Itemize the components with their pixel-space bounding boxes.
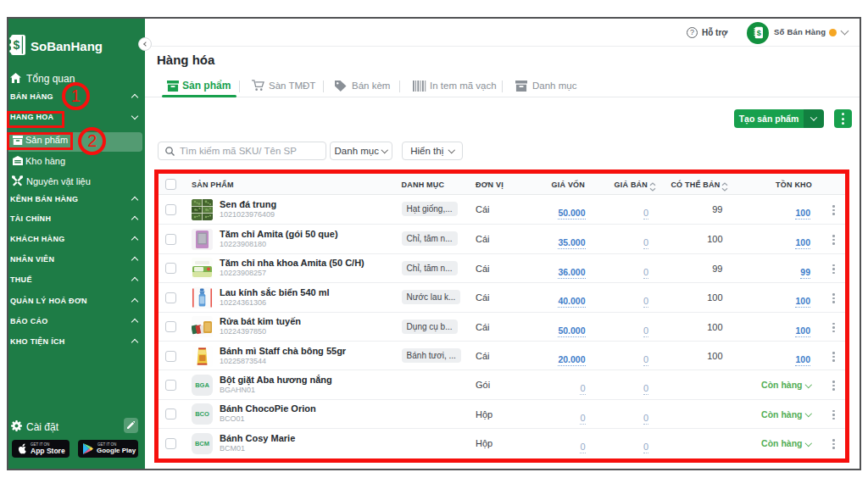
svg-text:$: $ [14, 38, 20, 52]
svg-text:$: $ [757, 29, 762, 37]
